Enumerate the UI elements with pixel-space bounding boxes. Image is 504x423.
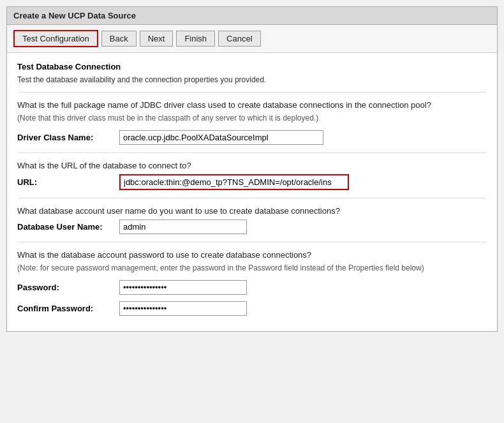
back-button[interactable]: Back (101, 31, 137, 47)
divider-3 (17, 198, 487, 198)
toolbar: Test Configuration Back Next Finish Canc… (7, 25, 497, 53)
confirm-password-input[interactable] (119, 301, 247, 316)
password-input[interactable] (119, 280, 247, 295)
main-window: Create a New UCP Data Source Test Config… (6, 6, 498, 332)
db-user-label: Database User Name: (17, 222, 119, 232)
url-label: URL: (17, 177, 119, 187)
section-title: Test Database Connection (17, 62, 487, 71)
driver-class-input[interactable] (119, 130, 323, 145)
cancel-button[interactable]: Cancel (218, 31, 260, 47)
password-label: Password: (17, 283, 119, 292)
question-4: What is the database account password to… (17, 250, 487, 260)
url-input[interactable] (119, 174, 349, 190)
driver-class-row: Driver Class Name: (17, 130, 487, 145)
divider-1 (17, 92, 487, 93)
url-row: URL: (17, 174, 487, 190)
password-row: Password: (17, 280, 487, 295)
divider-4 (17, 242, 487, 242)
note-2: (Note: for secure password management, e… (17, 263, 487, 272)
note-1: (Note that this driver class must be in … (17, 114, 487, 122)
divider-2 (17, 152, 487, 153)
section-description: Test the database availability and the c… (17, 75, 487, 84)
window-title: Create a New UCP Data Source (7, 7, 497, 25)
question-2: What is the URL of the database to conne… (17, 161, 487, 170)
confirm-password-label: Confirm Password: (17, 304, 119, 313)
content-area: Test Database Connection Test the databa… (7, 53, 497, 331)
driver-class-label: Driver Class Name: (17, 133, 119, 142)
next-button[interactable]: Next (140, 31, 174, 47)
confirm-password-row: Confirm Password: (17, 301, 487, 316)
finish-button[interactable]: Finish (176, 31, 215, 47)
test-configuration-button[interactable]: Test Configuration (13, 30, 98, 47)
db-user-row: Database User Name: (17, 219, 487, 234)
question-1: What is the full package name of JDBC dr… (17, 100, 487, 110)
db-user-input[interactable] (119, 219, 247, 234)
question-3: What database account user name do you w… (17, 206, 487, 216)
